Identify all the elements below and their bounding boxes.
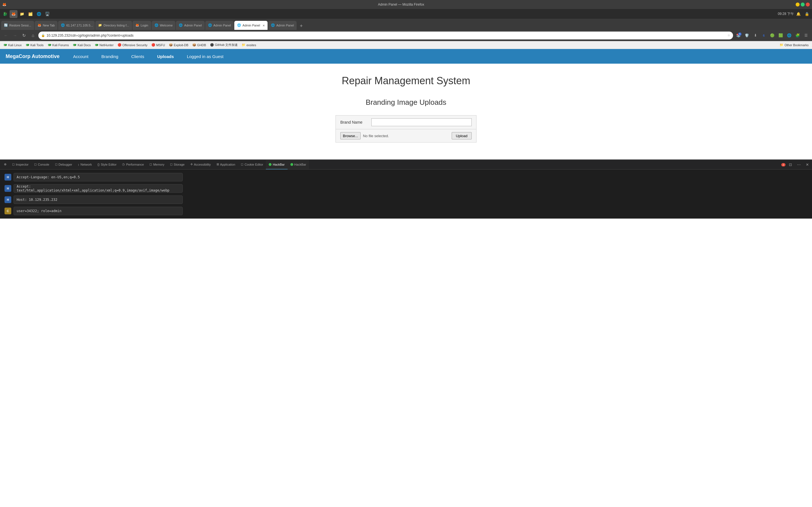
- bookmark-msfu[interactable]: 🔴 MSFU: [150, 43, 167, 47]
- tab-login[interactable]: 🦊 Login: [133, 21, 151, 30]
- header-value-2[interactable]: Accept: text/html,application/xhtml+xml,…: [13, 184, 183, 193]
- nav-forward[interactable]: →: [11, 32, 18, 39]
- bookmark-other-bookmarks[interactable]: 📁 Other Bookmarks: [778, 43, 810, 47]
- taskbar-notification[interactable]: 🔔: [795, 10, 802, 18]
- ext-icon4[interactable]: 6: [760, 32, 767, 39]
- url-bar[interactable]: 🔒 10.129.235.232/cdn-cgi/login/admin.php…: [38, 32, 733, 40]
- ext-icon5[interactable]: 🟢: [769, 32, 776, 39]
- minimize-btn[interactable]: [796, 3, 800, 6]
- bookmark-kali-tools[interactable]: 🐲 Kali Tools: [24, 43, 45, 47]
- devtools-tab-inspector[interactable]: ◻ Inspector: [9, 160, 31, 170]
- tab-welcome[interactable]: 🌐 Welcome: [152, 21, 175, 30]
- devtools-tab-hackbar1[interactable]: HackBar: [266, 160, 287, 170]
- brand-name-input[interactable]: [371, 118, 472, 126]
- devtools-more-btn[interactable]: ⋯: [795, 161, 802, 168]
- maximize-btn[interactable]: [801, 3, 805, 6]
- devtools-tab-style[interactable]: {} Style Editor: [95, 160, 119, 170]
- ext-icon1[interactable]: 📚 6: [735, 32, 742, 39]
- browse-button[interactable]: Browse...: [340, 132, 361, 139]
- tab-dir[interactable]: 📁 Directory listing f...: [95, 21, 132, 30]
- taskbar-icon-terminal[interactable]: 🖥️: [43, 10, 51, 18]
- nav-account[interactable]: Account: [71, 53, 91, 60]
- tab-admin1[interactable]: 🌐 Admin Panel: [176, 21, 204, 30]
- devtools-tab-application[interactable]: ⊞ Application: [214, 160, 238, 170]
- taskbar-icon-browser[interactable]: 🦊: [10, 10, 17, 18]
- tab-label-ip1: 61.147.171.105:5...: [66, 24, 93, 27]
- brand-name-row: Brand Name: [336, 115, 476, 129]
- bookmark-nethunter[interactable]: 🐲 NetHunter: [93, 43, 115, 47]
- close-btn[interactable]: [806, 3, 810, 6]
- tab-close-admin3[interactable]: ×: [262, 23, 265, 27]
- ext-icon7[interactable]: 🌐: [785, 32, 793, 39]
- bookmark-kali-forums[interactable]: 🐲 Kali Forums: [46, 43, 71, 47]
- header-value-3[interactable]: Host: 10.129.235.232: [13, 195, 183, 204]
- bookmark-offensive-security[interactable]: 🔴 Offensive Security: [116, 43, 149, 47]
- header-row-2: H Accept: text/html,application/xhtml+xm…: [4, 184, 808, 193]
- nav-branding[interactable]: Branding: [99, 53, 121, 60]
- menu-btn[interactable]: ☰: [802, 32, 810, 39]
- header-row-3: H Host: 10.129.235.232: [4, 195, 808, 204]
- bookmark-ghdb[interactable]: 📦 GHDB: [191, 43, 208, 47]
- devtools-tab-memory[interactable]: ◻ Memory: [147, 160, 167, 170]
- devtools-tab-performance[interactable]: ◷ Performance: [119, 160, 147, 170]
- header-value-1[interactable]: Accept-Language: en-US,en;q=0.5: [13, 173, 183, 181]
- tab-admin4[interactable]: 🌐 Admin Panel: [268, 21, 297, 30]
- header-value-4[interactable]: user=34322; role=admin: [13, 207, 183, 215]
- bookmark-exploitdb[interactable]: 📦 Exploit-DB: [167, 43, 190, 47]
- page-title: Repair Management System: [6, 75, 806, 87]
- devtools-picker[interactable]: ⊕: [1, 160, 9, 170]
- devtools-dock-btn[interactable]: ⊡: [786, 161, 794, 168]
- nav-back[interactable]: ←: [2, 32, 10, 39]
- star-icon[interactable]: ☆: [727, 34, 730, 37]
- taskbar-icon-globe[interactable]: 🌐: [35, 10, 43, 18]
- header-badge-4: C: [4, 208, 11, 214]
- application-icon: ⊞: [216, 163, 219, 166]
- bookmark-kali-docs[interactable]: 🐲 Kali Docs: [71, 43, 92, 47]
- taskbar-icon-dragon[interactable]: 🐉: [1, 10, 9, 18]
- bookmark-exsites[interactable]: 📁 exsites: [240, 43, 258, 47]
- tab-newtab[interactable]: 🦊 New Tab: [35, 21, 58, 30]
- ext-icon8[interactable]: 🧩: [794, 32, 801, 39]
- devtools-tabs-bar: ⊕ ◻ Inspector ◻ Console ◻ Debugger ↕ Net…: [0, 160, 812, 170]
- taskbar-icon-folder[interactable]: 📁: [18, 10, 26, 18]
- ext-icon3[interactable]: ⬇: [752, 32, 759, 39]
- upload-button[interactable]: Upload: [452, 132, 472, 139]
- site-navbar: MegaCorp Automotive Account Branding Cli…: [0, 49, 812, 64]
- devtools-tab-cookie[interactable]: ◻ Cookie Editor: [238, 160, 266, 170]
- tab-restore[interactable]: 🔄 Restore Sessi...: [1, 21, 34, 30]
- nav-reload[interactable]: ↻: [20, 32, 28, 39]
- tab-favicon-ip1: 🌐: [61, 23, 65, 27]
- taskbar-icon-file[interactable]: 🗂️: [27, 10, 35, 18]
- tab-favicon-newtab: 🦊: [38, 23, 42, 27]
- tab-admin3-active[interactable]: 🌐 Admin Panel ×: [234, 21, 267, 30]
- devtools-close-btn[interactable]: ✕: [804, 161, 811, 168]
- bookmark-github[interactable]: ⚫ GitHub 文件加速: [208, 42, 239, 48]
- nav-guest[interactable]: Logged in as Guest: [185, 53, 226, 60]
- ext-badge: 6: [738, 33, 742, 36]
- network-icon: ↕: [78, 163, 80, 166]
- brand-name-label: Brand Name: [340, 120, 371, 124]
- bookmark-kali-linux[interactable]: 🐲 Kali Linux: [2, 43, 23, 47]
- bookmark-label-exploitdb: Exploit-DB: [174, 43, 188, 47]
- devtools-tab-debugger[interactable]: ◻ Debugger: [52, 160, 75, 170]
- devtools-tab-hackbar2[interactable]: HackBar: [288, 160, 309, 170]
- devtools-tab-accessibility[interactable]: ✛ Accessibility: [188, 160, 214, 170]
- tab-favicon-admin2: 🌐: [208, 23, 212, 27]
- taskbar-network[interactable]: 🔒: [803, 10, 811, 18]
- tab-admin2[interactable]: 🌐 Admin Panel: [205, 21, 234, 30]
- nav-uploads[interactable]: Uploads: [155, 53, 176, 60]
- new-tab-button[interactable]: +: [297, 22, 305, 30]
- nav-clients[interactable]: Clients: [129, 53, 147, 60]
- tab-ip1[interactable]: 🌐 61.147.171.105:5...: [58, 21, 95, 30]
- devtools-tab-storage[interactable]: ◻ Storage: [167, 160, 188, 170]
- ext-icon6[interactable]: 🟩: [777, 32, 784, 39]
- bookmark-label-kali-tools: Kali Tools: [31, 43, 44, 47]
- tab-favicon-admin4: 🌐: [271, 23, 275, 27]
- devtools-tab-network[interactable]: ↕ Network: [75, 160, 95, 170]
- memory-icon: ◻: [149, 163, 152, 166]
- devtools-tab-console[interactable]: ◻ Console: [31, 160, 52, 170]
- file-upload-row: Browse... No file selected. Upload: [336, 129, 476, 142]
- ext-icon2[interactable]: 🛡️: [743, 32, 751, 39]
- nav-home[interactable]: ⌂: [29, 32, 37, 39]
- clock: 09:28 下午: [778, 11, 794, 16]
